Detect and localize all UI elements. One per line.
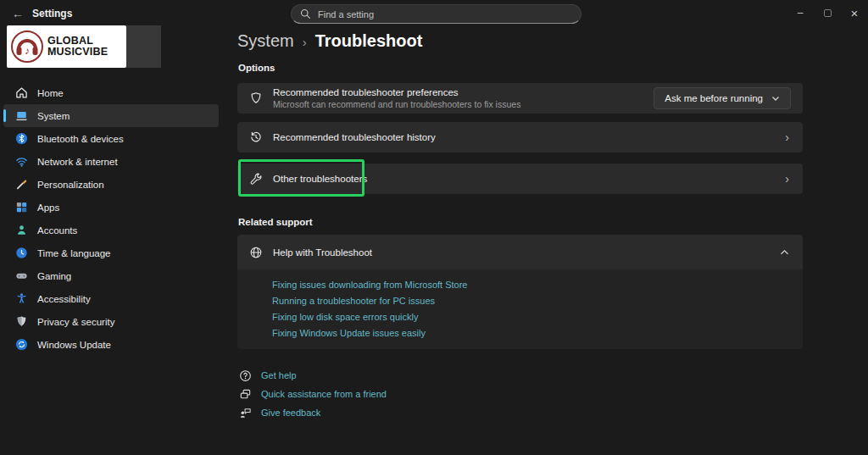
help-card-body: Fixing issues downloading from Microsoft…: [237, 269, 803, 349]
sidebar-item-label: Gaming: [37, 271, 71, 281]
system-icon: [15, 109, 28, 122]
preferences-subtitle: Microsoft can recommend and run troubles…: [273, 99, 520, 109]
brand-logo: ♪ GLOBAL MUSICVIBE: [7, 25, 126, 68]
breadcrumb-separator-icon: ›: [303, 35, 307, 49]
breadcrumb: System › Troubleshoot: [237, 31, 422, 51]
sidebar-item-label: Time & language: [37, 248, 111, 258]
apps-icon: [15, 201, 28, 214]
sidebar-item-label: Privacy & security: [37, 317, 114, 327]
search-box[interactable]: [291, 4, 581, 24]
maximize-icon[interactable]: [814, 0, 841, 25]
help-link-pc-issues[interactable]: Running a troubleshooter for PC issues: [272, 293, 803, 309]
history-row[interactable]: Recommended troubleshooter history ›: [237, 122, 803, 153]
sidebar-item-label: Bluetooth & devices: [37, 134, 124, 144]
time-language-icon: [15, 247, 28, 259]
gaming-icon: [15, 269, 28, 282]
sidebar-item-system[interactable]: System: [3, 104, 219, 127]
feedback-icon: [239, 407, 252, 419]
quick-assistance-row[interactable]: Quick assistance from a friend: [239, 385, 387, 403]
history-icon: [249, 130, 263, 144]
help-link-microsoft-store[interactable]: Fixing issues downloading from Microsoft…: [272, 277, 803, 293]
sidebar-item-network-internet[interactable]: Network & internet: [3, 150, 219, 173]
back-icon[interactable]: ←: [7, 3, 29, 24]
help-link-windows-update[interactable]: Fixing Windows Update issues easily: [272, 325, 803, 341]
other-troubleshooters-row[interactable]: Other troubleshooters ›: [237, 164, 803, 194]
music-note-icon: ♪: [9, 29, 45, 64]
sidebar-item-label: Accounts: [37, 225, 77, 236]
sidebar-item-windows-update[interactable]: Windows Update: [3, 333, 219, 356]
sidebar-item-gaming[interactable]: Gaming: [3, 264, 219, 287]
brand-line2: MUSICVIBE: [47, 47, 108, 58]
give-feedback-row[interactable]: Give feedback: [239, 403, 387, 422]
windows-update-icon: [15, 338, 28, 351]
other-troubleshooters-title: Other troubleshooters: [273, 174, 367, 184]
sidebar-item-time-language[interactable]: Time & language: [3, 241, 219, 264]
wrench-icon: [249, 172, 263, 186]
sidebar-item-label: Apps: [37, 203, 59, 213]
quick-assistance-link[interactable]: Quick assistance from a friend: [261, 389, 387, 399]
footer-links: Get help Quick assistance from a friend …: [239, 366, 387, 422]
breadcrumb-parent[interactable]: System: [237, 31, 294, 51]
headphones-logo-icon: ♪: [9, 29, 45, 64]
sidebar-item-label: Network & internet: [37, 157, 118, 167]
main-content: System › Troubleshoot Options Recommende…: [237, 27, 803, 455]
search-icon: [300, 8, 311, 19]
sidebar: ♪ GLOBAL MUSICVIBE Home S: [0, 27, 222, 455]
preferences-dropdown-value: Ask me before running: [665, 93, 763, 103]
accessibility-icon: [15, 292, 28, 305]
chevron-up-icon: [780, 249, 791, 256]
close-icon[interactable]: ×: [841, 0, 868, 25]
sidebar-item-label: System: [37, 111, 70, 121]
give-feedback-link[interactable]: Give feedback: [261, 408, 320, 418]
bluetooth-icon: [15, 132, 28, 145]
sidebar-item-home[interactable]: Home: [3, 81, 219, 104]
sidebar-item-accessibility[interactable]: Accessibility: [3, 287, 219, 310]
window-controls: – ×: [787, 0, 868, 25]
preferences-row-text: Recommended troubleshooter preferences M…: [273, 87, 520, 109]
minimize-icon[interactable]: –: [787, 0, 814, 25]
chevron-down-icon: [771, 96, 780, 102]
sidebar-item-bluetooth-devices[interactable]: Bluetooth & devices: [3, 127, 219, 150]
help-link-disk-space[interactable]: Fixing low disk space errors quickly: [272, 309, 803, 325]
personalization-icon: [15, 178, 28, 191]
shield-icon: [249, 92, 263, 105]
network-icon: [15, 155, 28, 168]
sidebar-nav: Home System Bluetooth & devices: [3, 81, 219, 356]
preferences-row[interactable]: Recommended troubleshooter preferences M…: [237, 83, 803, 114]
titlebar: ← Settings – ×: [0, 0, 868, 27]
help-card-title: Help with Troubleshoot: [273, 247, 372, 258]
sidebar-item-label: Personalization: [37, 180, 104, 190]
history-row-text: Recommended troubleshooter history: [273, 132, 436, 142]
maximize-box: [824, 9, 832, 17]
get-help-icon: [239, 369, 252, 382]
sidebar-item-accounts[interactable]: Accounts: [3, 219, 219, 241]
chevron-right-icon: ›: [785, 172, 791, 186]
accounts-icon: [15, 224, 28, 236]
preferences-dropdown[interactable]: Ask me before running: [654, 87, 791, 109]
history-title: Recommended troubleshooter history: [273, 132, 436, 142]
page-title: Troubleshoot: [315, 31, 423, 51]
sidebar-item-label: Windows Update: [37, 340, 111, 350]
other-row-text: Other troubleshooters: [273, 174, 367, 184]
brand-name: GLOBAL MUSICVIBE: [47, 36, 108, 58]
quick-assist-icon: [239, 388, 252, 401]
sidebar-item-label: Home: [37, 88, 64, 98]
home-icon: [15, 86, 28, 99]
globe-icon: [249, 246, 263, 259]
sidebar-item-label: Accessibility: [37, 294, 91, 304]
chevron-right-icon: ›: [785, 130, 791, 144]
sidebar-item-personalization[interactable]: Personalization: [3, 173, 219, 196]
sidebar-item-apps[interactable]: Apps: [3, 196, 219, 219]
privacy-security-icon: [15, 315, 28, 328]
related-support-label: Related support: [238, 217, 313, 227]
help-card-header[interactable]: Help with Troubleshoot: [237, 235, 803, 269]
app-title: Settings: [32, 8, 72, 19]
get-help-row[interactable]: Get help: [239, 366, 387, 385]
preferences-title: Recommended troubleshooter preferences: [273, 87, 520, 97]
help-card-text: Help with Troubleshoot: [273, 247, 372, 258]
logo-panel: ♪ GLOBAL MUSICVIBE: [7, 25, 161, 68]
sidebar-item-privacy-security[interactable]: Privacy & security: [3, 310, 219, 333]
options-section-label: Options: [238, 63, 275, 73]
get-help-link[interactable]: Get help: [261, 370, 297, 380]
search-input[interactable]: [318, 9, 572, 19]
